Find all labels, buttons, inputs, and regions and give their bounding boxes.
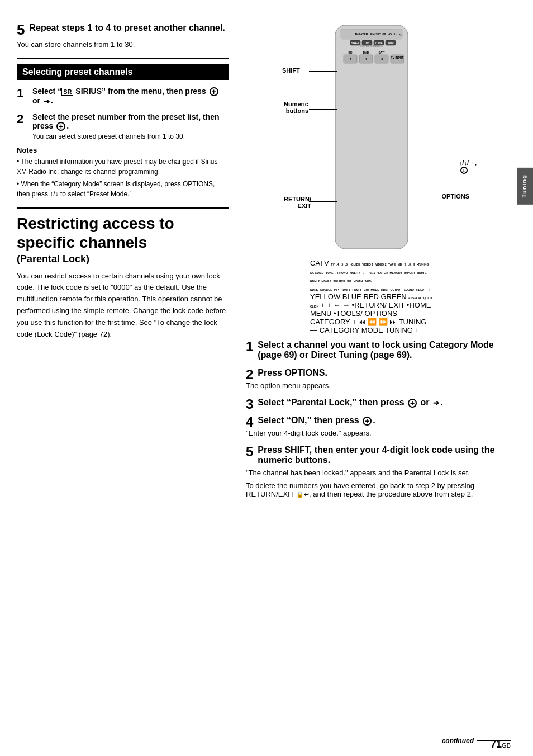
right-step2: 2 Press OPTIONS. The option menu appears… — [246, 368, 497, 390]
svg-text:.3: .3 — [380, 58, 383, 61]
step5-number: 5 — [17, 22, 25, 37]
right-step4-heading: Select “ON,” then press +. — [258, 415, 497, 426]
restricting-subtitle-text: (Parental Lock) — [17, 253, 89, 264]
selecting-step2-number: 2 — [17, 112, 28, 126]
options-line — [406, 199, 434, 199]
right-step2-body: The option menu appears. — [246, 381, 497, 390]
step5-section: 5 Repeat steps 1 to 4 to preset another … — [17, 22, 229, 49]
selecting-step1-heading: Select “SR SIRIUS” from the menu, then p… — [32, 87, 229, 106]
right-step5-body1: "The channel has been locked." appears a… — [246, 469, 497, 477]
right-step3: 3 Select “Parental Lock,” then press + o… — [246, 398, 497, 408]
right-step1-number: 1 — [246, 340, 253, 353]
svg-text:SHIFT: SHIFT — [351, 41, 359, 45]
restricting-title-line1: Restricting access to — [17, 215, 174, 232]
remote-illustration: SHIFT Numeric buttons RETURN/ EXIT ↑/↓/ — [246, 22, 497, 334]
selecting-step2-body: You can select stored preset channels fr… — [32, 133, 229, 140]
right-step2-number: 2 — [246, 368, 253, 381]
numeric-line — [309, 109, 337, 110]
selecting-step2: 2 Select the preset number from the pres… — [17, 112, 229, 140]
svg-text:TV: TV — [365, 41, 369, 45]
page-number-area: 71GB — [491, 739, 511, 750]
svg-text:AMP: AMP — [387, 41, 394, 45]
right-step4: 4 Select “ON,” then press +. "Enter your… — [246, 415, 497, 437]
shift-line — [309, 71, 337, 72]
divider1 — [17, 58, 229, 59]
right-step1-heading: Select a channel you want to lock using … — [258, 340, 497, 360]
svg-text:RM SET UP: RM SET UP — [370, 32, 386, 36]
svg-text:THEATER: THEATER — [355, 32, 368, 36]
arrows-text1: ↑/↓/→, — [459, 159, 477, 166]
right-step2-heading: Press OPTIONS. — [258, 368, 497, 378]
svg-text:AV I / ♪: AV I / ♪ — [388, 32, 398, 36]
arrows-line — [406, 171, 434, 171]
remote-svg: THEATER RM SET UP AV I / ♪ ⏻ SHIFT TV ZO… — [310, 22, 433, 257]
arrow-3: ➔ — [433, 399, 439, 407]
circle-btn-1: + — [210, 87, 218, 96]
svg-text:BD: BD — [348, 51, 353, 54]
restricting-title: Restricting access to specific channels — [17, 214, 229, 252]
right-column: SHIFT Numeric buttons RETURN/ EXIT ↑/↓/ — [240, 11, 520, 745]
svg-text:TV INPUT: TV INPUT — [391, 56, 404, 59]
step5-title: Repeat steps 1 to 4 to preset another ch… — [29, 22, 225, 34]
divider2 — [17, 207, 229, 209]
right-step1-heading-text: Select a channel you want to lock using … — [258, 340, 493, 360]
selecting-step2-heading: Select the preset number from the preset… — [32, 112, 229, 131]
notes-section: Notes The channel information you have p… — [17, 146, 229, 199]
circle-btn-3: + — [408, 399, 417, 408]
right-step4-number: 4 — [246, 415, 253, 429]
numeric-line2: buttons — [286, 107, 308, 114]
restricting-subtitle: (Parental Lock) — [17, 253, 229, 265]
selecting-step1-content: Select “SR SIRIUS” from the menu, then p… — [32, 87, 229, 107]
restricting-section: Restricting access to specific channels … — [17, 214, 229, 340]
circle-btn-2: + — [56, 122, 65, 131]
left-column: 5 Repeat steps 1 to 4 to preset another … — [0, 11, 240, 745]
note-item-2: When the “Category Mode” screen is displ… — [17, 179, 229, 199]
arrow-1: ➔ — [44, 97, 50, 106]
notes-body: The channel information you have preset … — [17, 157, 229, 199]
circle-btn-4: + — [363, 417, 372, 426]
continued-text: continued — [442, 737, 474, 745]
label-options: OPTIONS — [441, 193, 469, 200]
right-step5-heading: Press SHIFT, then enter your 4-digit loc… — [258, 445, 497, 465]
svg-text:⏻: ⏻ — [399, 32, 402, 36]
selecting-step1: 1 Select “SR SIRIUS” from the menu, then… — [17, 87, 229, 107]
remote-svg-wrapper: SHIFT Numeric buttons RETURN/ EXIT ↑/↓/ — [310, 22, 433, 334]
right-step5: 5 Press SHIFT, then enter your 4-digit l… — [246, 445, 497, 498]
return-exit-icon: 🔒↩ — [296, 491, 309, 498]
label-shift: SHIFT — [282, 67, 300, 74]
svg-text:SAT/: SAT/ — [378, 51, 385, 54]
right-step4-body: "Enter your 4-digit lock code." appears. — [246, 429, 497, 437]
restricting-body: You can restrict access to certain chann… — [17, 271, 229, 341]
return-line1: RETURN/ — [284, 196, 311, 202]
arrows-circle: + — [460, 167, 468, 174]
page-suffix: GB — [502, 742, 511, 749]
right-steps: 1 Select a channel you want to lock usin… — [246, 340, 497, 498]
side-tab: Tuning — [517, 168, 533, 205]
step5-heading: 5 Repeat steps 1 to 4 to preset another … — [17, 22, 229, 37]
notes-heading: Notes — [17, 146, 229, 154]
right-step1: 1 Select a channel you want to lock usin… — [246, 340, 497, 360]
restricting-title-line2: specific channels — [17, 234, 147, 251]
svg-text:ZONE: ZONE — [375, 41, 383, 45]
svg-text:.1: .1 — [349, 58, 351, 61]
selecting-preset-heading: Selecting preset channels — [17, 64, 229, 80]
right-step5-body2: To delete the numbers you have entered, … — [246, 481, 497, 498]
svg-text:DVD: DVD — [363, 51, 369, 54]
label-arrows: ↑/↓/→, + — [459, 159, 477, 174]
selecting-step1-number: 1 — [17, 87, 28, 100]
numeric-line1: Numeric — [284, 101, 308, 107]
return-line — [309, 201, 337, 202]
right-step5-number: 5 — [246, 445, 253, 459]
svg-text:.2: .2 — [365, 58, 367, 61]
return-line2: EXIT — [298, 202, 311, 209]
selecting-preset-section: Selecting preset channels 1 Select “SR S… — [17, 64, 229, 199]
right-step3-number: 3 — [246, 398, 253, 411]
right-step3-heading: Select “Parental Lock,” then press + or … — [258, 398, 497, 408]
selecting-step2-content: Select the preset number from the preset… — [32, 112, 229, 140]
page-number: 71 — [491, 739, 502, 750]
note-item-1: The channel information you have preset … — [17, 157, 229, 177]
label-numeric: Numeric buttons — [272, 101, 308, 114]
label-return: RETURN/ EXIT — [278, 196, 311, 209]
step5-body: You can store channels from 1 to 30. — [17, 40, 229, 49]
svg-text:SYSTEM STANDBY —: SYSTEM STANDBY — — [360, 45, 383, 48]
